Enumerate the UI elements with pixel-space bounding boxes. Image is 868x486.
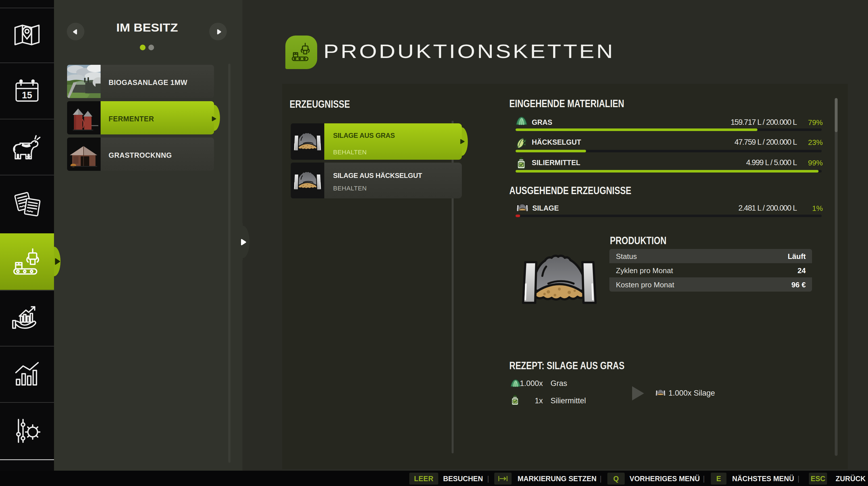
svg-text:15: 15 xyxy=(22,90,32,100)
